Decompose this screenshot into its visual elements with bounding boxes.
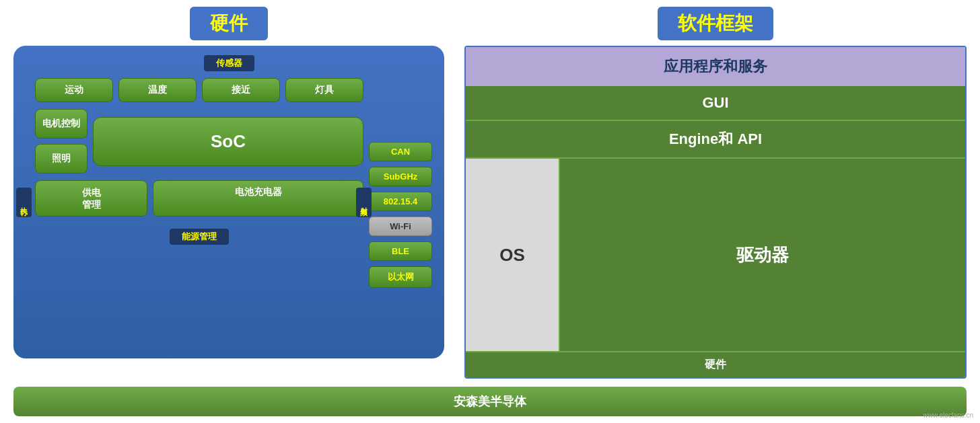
sw-os: OS [466,159,560,351]
hw-inner: 运动 温度 接近 灯具 电机控制 照明 SoC [22,78,436,352]
left-label: 执行 [16,188,32,217]
main-container: 硬件 传感器 执行 射频 运动 温度 接近 灯具 [13,7,967,416]
btn-proximity: 接近 [202,78,280,102]
right-label: 射频 [356,188,372,217]
btn-can: CAN [369,142,432,161]
btn-motion: 运动 [35,78,113,102]
software-title: 软件框架 [658,7,773,40]
sw-app-layer: 应用程序和服务 [466,47,965,86]
btn-lights: 灯具 [285,78,363,102]
sw-driver: 驱动器 [560,159,965,351]
sensor-bar: 传感器 [204,55,254,71]
watermark: www.elecfans.cn [923,412,973,419]
energy-bar: 能源管理 [170,229,229,245]
btn-lighting: 照明 [35,144,88,174]
row1-buttons: 运动 温度 接近 灯具 [35,78,363,102]
hardware-section: 硬件 传感器 执行 射频 运动 温度 接近 灯具 [13,7,444,379]
btn-power: 供电 管理 [35,180,147,217]
btn-802154: 802.15.4 [369,192,432,211]
rf-buttons: CAN SubGHz 802.15.4 Wi-Fi BLE 以太网 [369,78,436,352]
sw-hw-layer: 硬件 [466,351,965,377]
btn-temp: 温度 [118,78,197,102]
btn-ethernet: 以太网 [369,266,432,288]
hardware-box: 传感器 执行 射频 运动 温度 接近 灯具 [13,46,444,358]
middle-row: 电机控制 照明 SoC [35,109,363,174]
btn-wifi: Wi-Fi [369,217,432,236]
sw-gui-layer: GUI [466,86,965,120]
sw-os-driver-row: OS 驱动器 [466,157,965,351]
btn-subghz: SubGHz [369,167,432,186]
left-col: 电机控制 照明 [35,109,88,174]
top-row: 硬件 传感器 执行 射频 运动 温度 接近 灯具 [13,7,967,379]
btn-soc: SoC [93,117,363,166]
hw-left: 运动 温度 接近 灯具 电机控制 照明 SoC [22,78,363,352]
btn-ble: BLE [369,241,432,261]
btn-battery: 电池充电器 [153,180,363,217]
footer-bar: 安森美半导体 [13,387,967,416]
software-section: 软件框架 应用程序和服务 GUI Engine和 API OS 驱动器 硬件 [464,7,967,379]
hardware-title: 硬件 [190,7,268,40]
bottom-buttons: 供电 管理 电池充电器 [35,180,363,217]
sw-engine-layer: Engine和 API [466,120,965,157]
btn-motor: 电机控制 [35,109,88,139]
software-box: 应用程序和服务 GUI Engine和 API OS 驱动器 硬件 [464,46,967,379]
